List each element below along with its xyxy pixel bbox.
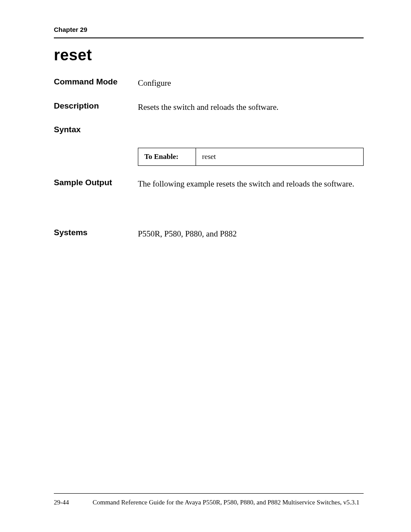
vertical-spacer [54,202,364,228]
document-page: Chapter 29 reset Command Mode Configure … [0,0,411,532]
row-syntax-label: Syntax [54,125,364,134]
page-footer: 29-44 Command Reference Guide for the Av… [54,493,364,506]
footer-page-number: 29-44 [54,499,93,506]
row-description: Description Resets the switch and reload… [54,101,364,113]
value-description: Resets the switch and reloads the softwa… [138,101,364,113]
page-title: reset [54,46,364,64]
value-command-mode: Configure [138,77,364,89]
label-syntax: Syntax [54,125,138,134]
syntax-table-value-cell: reset [196,148,364,166]
label-command-mode: Command Mode [54,77,138,87]
syntax-table-wrap: To Enable: reset [138,146,364,166]
value-syntax-empty [138,125,364,125]
chapter-header: Chapter 29 [54,26,364,38]
label-systems: Systems [54,228,138,237]
row-syntax-table: To Enable: reset [54,146,364,166]
label-sample-output: Sample Output [54,178,138,187]
value-sample-output: The following example resets the switch … [138,178,364,190]
row-sample-output: Sample Output The following example rese… [54,178,364,190]
syntax-table-row: To Enable: reset [138,148,364,166]
footer-title: Command Reference Guide for the Avaya P5… [93,499,364,506]
row-command-mode: Command Mode Configure [54,77,364,89]
row-systems: Systems P550R, P580, P880, and P882 [54,228,364,240]
value-systems: P550R, P580, P880, and P882 [138,228,364,240]
syntax-table-header-cell: To Enable: [138,148,196,166]
label-description: Description [54,101,138,111]
syntax-table: To Enable: reset [138,148,364,166]
